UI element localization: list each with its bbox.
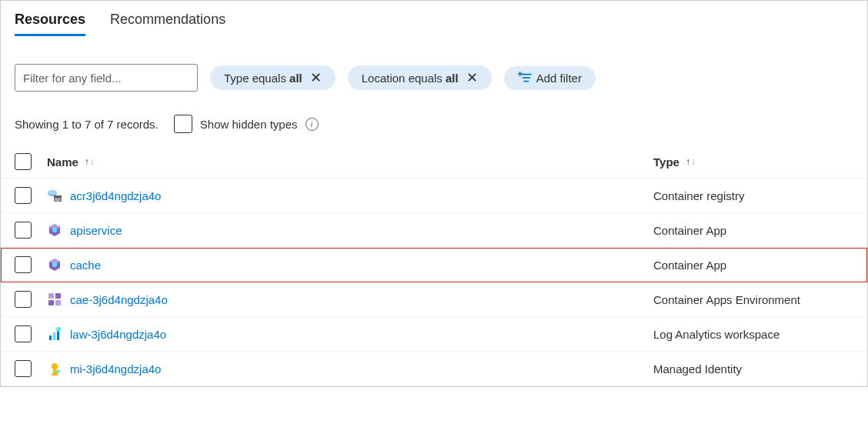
resource-link[interactable]: law-3j6d4ngdzja4o <box>70 328 166 341</box>
column-name-label: Name <box>47 155 78 169</box>
tabs: Resources Recommendations <box>1 1 867 36</box>
row-name-cell: cae-3j6d4ngdzja4o <box>47 292 653 307</box>
row-name-cell: law-3j6d4ngdzja4o <box>47 326 653 342</box>
close-icon[interactable]: ✕ <box>465 71 479 85</box>
containerapp-icon <box>47 257 62 272</box>
records-count: Showing 1 to 7 of 7 records. <box>15 118 159 131</box>
resource-link[interactable]: acr3j6d4ngdzja4o <box>70 189 161 202</box>
row-checkbox[interactable] <box>15 222 32 239</box>
show-hidden-label: Show hidden types <box>200 118 298 131</box>
table-row: cache Container App <box>1 248 867 282</box>
filter-add-icon <box>518 72 532 84</box>
close-icon[interactable]: ✕ <box>309 71 323 85</box>
row-type-cell: Log Analytics workspace <box>653 328 853 341</box>
filter-pill-location-label: Location equals all <box>362 72 459 85</box>
row-type-cell: Container App <box>653 259 853 272</box>
registry-icon <box>47 188 62 203</box>
resources-panel: Resources Recommendations Type equals al… <box>1 1 867 386</box>
resource-link[interactable]: apiservice <box>70 224 122 237</box>
row-checkbox[interactable] <box>15 291 32 308</box>
containerapp-icon <box>47 222 62 238</box>
add-filter-button[interactable]: Add filter <box>504 66 596 90</box>
table-header: Name ↑↓ Type ↑↓ <box>1 145 867 179</box>
filter-pill-location[interactable]: Location equals all ✕ <box>348 65 492 90</box>
row-type-cell: Managed Identity <box>653 362 853 376</box>
column-type-label: Type <box>653 155 679 169</box>
law-icon <box>47 326 62 342</box>
table-row: mi-3j6d4ngdzja4o Managed Identity <box>1 352 867 386</box>
select-all-checkbox[interactable] <box>15 153 32 170</box>
summary-row: Showing 1 to 7 of 7 records. Show hidden… <box>1 99 867 145</box>
row-name-cell: apiservice <box>47 222 653 238</box>
sort-icon: ↑↓ <box>85 157 95 166</box>
row-name-cell: cache <box>47 257 653 272</box>
row-type-cell: Container Apps Environment <box>653 293 853 306</box>
resource-link[interactable]: cache <box>70 259 101 272</box>
info-icon[interactable]: i <box>305 118 319 131</box>
tab-resources[interactable]: Resources <box>15 7 85 35</box>
filter-input[interactable] <box>15 64 198 92</box>
row-checkbox[interactable] <box>15 360 32 377</box>
identity-icon <box>47 361 62 376</box>
table-row: apiservice Container App <box>1 213 867 248</box>
resource-link[interactable]: mi-3j6d4ngdzja4o <box>70 362 161 376</box>
row-checkbox[interactable] <box>15 256 32 273</box>
add-filter-label: Add filter <box>536 72 582 85</box>
tab-recommendations[interactable]: Recommendations <box>110 7 225 35</box>
table-row: cae-3j6d4ngdzja4o Container Apps Environ… <box>1 282 867 317</box>
filter-pill-type-label: Type equals all <box>224 72 302 85</box>
row-checkbox[interactable] <box>15 187 32 204</box>
sort-icon: ↑↓ <box>686 157 696 166</box>
table-row: acr3j6d4ngdzja4o Container registry <box>1 179 867 213</box>
table-row: law-3j6d4ngdzja4o Log Analytics workspac… <box>1 317 867 352</box>
filter-row: Type equals all ✕ Location equals all ✕ … <box>1 36 867 99</box>
row-type-cell: Container registry <box>653 189 853 202</box>
resource-link[interactable]: cae-3j6d4ngdzja4o <box>70 293 168 306</box>
cae-icon <box>47 292 62 307</box>
show-hidden-checkbox[interactable] <box>174 115 192 133</box>
row-name-cell: acr3j6d4ngdzja4o <box>47 188 653 203</box>
column-header-type[interactable]: Type ↑↓ <box>653 155 853 169</box>
row-name-cell: mi-3j6d4ngdzja4o <box>47 361 653 376</box>
row-type-cell: Container App <box>653 224 853 237</box>
resources-table: Name ↑↓ Type ↑↓ acr3j6d4ngdzja4o Contain… <box>1 145 867 386</box>
filter-pill-type[interactable]: Type equals all ✕ <box>210 65 336 90</box>
row-checkbox[interactable] <box>15 326 32 342</box>
column-header-name[interactable]: Name ↑↓ <box>47 155 653 169</box>
